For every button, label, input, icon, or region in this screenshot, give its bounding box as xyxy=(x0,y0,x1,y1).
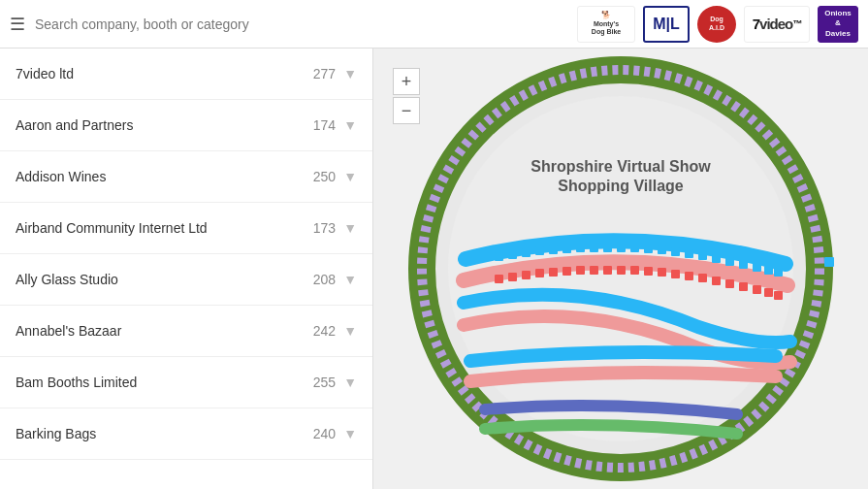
svg-rect-13 xyxy=(603,244,612,252)
svg-rect-17 xyxy=(658,245,666,254)
booth-number: 174 xyxy=(313,117,336,133)
zoom-controls: + − xyxy=(393,68,420,124)
zoom-out-button[interactable]: − xyxy=(393,97,420,124)
booth-number: 242 xyxy=(313,323,336,339)
item-right: 255 ▼ xyxy=(313,375,357,390)
bookmark-icon: ▼ xyxy=(343,117,357,133)
main-content: 7video ltd 277 ▼ Aaron and Partners 174 … xyxy=(0,49,868,489)
bookmark-icon: ▼ xyxy=(343,66,357,82)
item-right: 208 ▼ xyxy=(313,272,357,287)
list-item[interactable]: Ally Glass Studio 208 ▼ xyxy=(0,254,372,306)
svg-rect-14 xyxy=(617,244,626,252)
map-title-line2: Shopping Village xyxy=(558,178,684,194)
booth-number: 208 xyxy=(313,272,336,287)
item-right: 250 ▼ xyxy=(313,169,357,184)
svg-rect-10 xyxy=(563,244,571,253)
list-item[interactable]: Bam Booths Limited 255 ▼ xyxy=(0,357,372,408)
svg-rect-19 xyxy=(685,249,693,258)
company-list: 7video ltd 277 ▼ Aaron and Partners 174 … xyxy=(0,49,373,489)
svg-rect-30 xyxy=(535,269,544,277)
logo-dog: DogA.I.D xyxy=(697,6,736,43)
logo-onions: Onions&Davies xyxy=(818,6,858,43)
svg-rect-40 xyxy=(671,270,680,278)
company-name: Bam Booths Limited xyxy=(16,375,137,390)
booth-number: 277 xyxy=(313,66,336,82)
svg-rect-39 xyxy=(658,268,666,277)
logo-montys: 🐕 Monty'sDog Bike xyxy=(577,6,635,43)
svg-rect-43 xyxy=(712,277,721,285)
svg-rect-48 xyxy=(774,291,783,300)
svg-rect-44 xyxy=(725,279,734,288)
company-name: 7video ltd xyxy=(16,66,74,82)
svg-rect-34 xyxy=(590,266,598,275)
booth-number: 240 xyxy=(313,426,336,441)
bookmark-icon: ▼ xyxy=(343,220,357,236)
venue-map: Shropshire Virtual Show Shopping Village xyxy=(407,55,834,482)
app-header: ☰ 🐕 Monty'sDog Bike M|L DogA.I.D 7video™… xyxy=(0,0,868,49)
svg-rect-7 xyxy=(522,248,530,257)
svg-rect-46 xyxy=(753,285,761,294)
booth-number: 255 xyxy=(313,375,336,390)
svg-rect-32 xyxy=(563,267,571,276)
svg-rect-47 xyxy=(764,288,773,297)
svg-rect-15 xyxy=(630,244,639,252)
svg-rect-31 xyxy=(549,268,558,277)
svg-rect-42 xyxy=(698,274,707,282)
item-right: 242 ▼ xyxy=(313,323,357,339)
svg-rect-21 xyxy=(712,254,721,263)
company-name: Airband Community Internet Ltd xyxy=(16,220,208,236)
bookmark-icon: ▼ xyxy=(343,375,357,390)
svg-rect-26 xyxy=(774,268,783,277)
item-right: 240 ▼ xyxy=(313,426,357,441)
list-item[interactable]: Annabel's Bazaar 242 ▼ xyxy=(0,306,372,357)
svg-rect-36 xyxy=(617,266,626,275)
list-item[interactable]: Airband Community Internet Ltd 173 ▼ xyxy=(0,203,372,254)
svg-rect-4 xyxy=(824,257,834,267)
svg-rect-18 xyxy=(671,247,680,256)
list-item[interactable]: Addison Wines 250 ▼ xyxy=(0,151,372,203)
company-name: Barking Bags xyxy=(16,426,96,441)
search-input[interactable] xyxy=(35,9,326,40)
svg-rect-20 xyxy=(698,251,707,260)
bookmark-icon: ▼ xyxy=(343,169,357,184)
booth-number: 173 xyxy=(313,220,336,236)
svg-rect-22 xyxy=(725,257,734,266)
svg-rect-5 xyxy=(495,252,503,261)
logo-7video: 7video™ xyxy=(744,6,810,43)
svg-rect-24 xyxy=(753,263,761,272)
bookmark-icon: ▼ xyxy=(343,272,357,287)
bookmark-icon: ▼ xyxy=(343,426,357,441)
svg-rect-28 xyxy=(508,273,517,281)
logo-ml: M|L xyxy=(643,6,690,43)
list-item[interactable]: Barking Bags 240 ▼ xyxy=(0,408,372,460)
svg-rect-9 xyxy=(549,245,558,254)
svg-rect-45 xyxy=(739,282,748,291)
svg-rect-16 xyxy=(644,244,653,253)
list-item[interactable]: 7video ltd 277 ▼ xyxy=(0,49,372,100)
item-right: 173 ▼ xyxy=(313,220,357,236)
company-name: Aaron and Partners xyxy=(16,117,133,133)
item-right: 174 ▼ xyxy=(313,117,357,133)
company-name: Ally Glass Studio xyxy=(16,272,118,287)
svg-rect-23 xyxy=(739,260,748,269)
map-title-line1: Shropshire Virtual Show xyxy=(530,158,711,175)
svg-rect-37 xyxy=(630,266,639,275)
zoom-in-button[interactable]: + xyxy=(393,68,420,95)
svg-rect-38 xyxy=(644,267,653,276)
svg-rect-12 xyxy=(590,244,598,252)
item-right: 277 ▼ xyxy=(313,66,357,82)
bookmark-icon: ▼ xyxy=(343,323,357,339)
hamburger-menu-icon[interactable]: ☰ xyxy=(10,14,25,35)
svg-rect-33 xyxy=(576,266,585,275)
svg-rect-6 xyxy=(508,250,517,259)
svg-rect-29 xyxy=(522,271,530,279)
logo-strip: 🐕 Monty'sDog Bike M|L DogA.I.D 7video™ O… xyxy=(577,6,858,43)
company-name: Annabel's Bazaar xyxy=(16,323,121,339)
svg-rect-35 xyxy=(603,266,612,275)
company-name: Addison Wines xyxy=(16,169,106,184)
map-area: + − Shropshire Virtual Show Shopping Vil… xyxy=(373,49,868,489)
booth-row-blue-upper xyxy=(824,257,834,267)
list-item[interactable]: Aaron and Partners 174 ▼ xyxy=(0,100,372,151)
svg-rect-8 xyxy=(535,246,544,255)
booth-number: 250 xyxy=(313,169,336,184)
